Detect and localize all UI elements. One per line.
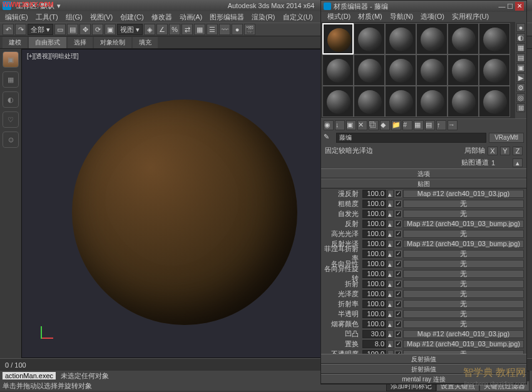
map-amount[interactable]: 100.0 — [362, 190, 386, 198]
menu-view[interactable]: 视图(V) — [86, 13, 117, 22]
put-to-scene-button[interactable]: ↓ — [335, 120, 345, 130]
map-enable-check[interactable] — [395, 210, 402, 217]
unique-button[interactable]: ◆ — [380, 120, 390, 130]
go-sibling-button[interactable]: → — [448, 120, 458, 130]
show-end-button[interactable]: ▤ — [425, 120, 435, 130]
sample-type-button[interactable]: ● — [516, 23, 525, 32]
sample-slot[interactable] — [416, 86, 448, 117]
sample-slot[interactable] — [479, 54, 510, 86]
select-button[interactable]: ▭ — [54, 24, 66, 35]
script-listener[interactable]: actionMan.exec — [3, 372, 56, 379]
map-enable-check[interactable] — [395, 200, 402, 207]
material-type-button[interactable]: VRayMtl — [489, 133, 524, 143]
spinner-icon[interactable]: ▴ — [387, 320, 394, 328]
spinner-icon[interactable]: ▴ — [387, 250, 394, 258]
map-enable-check[interactable] — [395, 220, 402, 227]
map-amount[interactable]: 100.0 — [362, 260, 386, 268]
preview-button[interactable]: ▶ — [516, 73, 525, 82]
section-refl[interactable]: 反射插值 — [321, 354, 526, 364]
map-slot-button[interactable]: Map #12 (arch40_019_03.jpg) — [403, 330, 524, 338]
material-name-input[interactable] — [336, 133, 486, 143]
map-amount[interactable]: 100.0 — [362, 250, 386, 258]
snap-button[interactable]: ◈ — [144, 24, 155, 35]
copy-button[interactable]: ⿻ — [369, 120, 379, 130]
spinner-icon[interactable]: ▴ — [387, 260, 394, 268]
spinner-icon[interactable]: ▴ — [387, 280, 394, 288]
me-menu-options[interactable]: 选项(O) — [417, 12, 448, 22]
tool4-button[interactable]: ♡ — [3, 111, 19, 128]
spinner-icon[interactable]: ▴ — [387, 270, 394, 278]
me-close[interactable]: ✕ — [515, 2, 524, 11]
map-slot-button[interactable]: 无 — [403, 230, 524, 238]
sample-slot[interactable] — [479, 86, 510, 117]
sample-slot[interactable] — [354, 54, 385, 86]
map-amount[interactable]: 8.0 — [362, 340, 386, 348]
map-amount[interactable]: 100.0 — [362, 240, 386, 248]
map-enable-check[interactable] — [395, 260, 402, 267]
map-slot-button[interactable]: Map #12 (arch40_019_03_bump.jpg) — [403, 340, 524, 348]
sample-slot[interactable] — [385, 54, 416, 86]
map-amount[interactable]: 100.0 — [362, 220, 386, 228]
map-slot-button[interactable]: 无 — [403, 280, 524, 288]
curve-editor-button[interactable]: 〰 — [219, 24, 230, 35]
map-slot-button[interactable]: 无 — [403, 300, 524, 308]
rotate-button[interactable]: ⟳ — [92, 24, 103, 35]
map-amount[interactable]: 100.0 — [362, 200, 386, 208]
menu-render[interactable]: 渲染(R) — [248, 13, 279, 22]
map-slot-button[interactable]: 无 — [403, 290, 524, 298]
map-enable-check[interactable] — [395, 271, 402, 277]
select-by-mat-button[interactable]: ◎ — [516, 93, 525, 102]
select-name-button[interactable]: ▤ — [67, 24, 78, 35]
tool3-button[interactable]: ◐ — [3, 91, 19, 108]
me-maximize[interactable]: ☐ — [507, 3, 513, 11]
redo-button[interactable]: ↷ — [15, 24, 26, 35]
map-amount[interactable]: 100.0 — [362, 230, 386, 238]
map-amount[interactable]: 100.0 — [362, 300, 386, 308]
percent-snap-button[interactable]: % — [169, 24, 180, 35]
options-button[interactable]: ⚙ — [516, 83, 525, 92]
spinner-icon[interactable]: ▴ — [387, 300, 394, 308]
menu-customize[interactable]: 自定义(U) — [279, 13, 317, 22]
sample-slot[interactable] — [416, 23, 448, 54]
sel-filter-combo[interactable]: 全部 ▾ — [28, 24, 53, 35]
axis-z[interactable]: Z — [513, 147, 523, 155]
map-enable-check[interactable] — [395, 240, 402, 247]
map-slot-button[interactable]: Map #12 (arch40_019_03.jpg) — [403, 190, 524, 198]
spinner-icon[interactable]: ▴ — [387, 240, 394, 248]
sample-slot[interactable] — [354, 23, 385, 54]
uvtile-button[interactable]: ▤ — [516, 53, 525, 62]
matid-button[interactable]: # — [402, 120, 412, 130]
get-material-button[interactable]: ◉ — [324, 120, 334, 130]
viewport-label[interactable]: [+][透视][明暗处理] — [27, 52, 79, 61]
map-slot-button[interactable]: 无 — [403, 270, 524, 278]
menu-group[interactable]: 组(G) — [62, 13, 86, 22]
assign-button[interactable]: ▣ — [346, 120, 356, 130]
spinner-icon[interactable]: ▴ — [387, 200, 394, 208]
menu-animation[interactable]: 动画(A) — [176, 13, 207, 22]
map-slot-button[interactable]: 无 — [403, 250, 524, 258]
axis-y[interactable]: Y — [500, 147, 510, 155]
map-slot-button[interactable]: Map #12 (arch40_019_03_bump.jpg) — [403, 240, 524, 248]
map-enable-check[interactable] — [395, 341, 402, 348]
menu-edit[interactable]: 编辑(E) — [1, 13, 32, 22]
menu-create[interactable]: 创建(C) — [116, 13, 147, 22]
map-enable-check[interactable] — [395, 321, 402, 328]
map-enable-check[interactable] — [395, 301, 402, 307]
undo-button[interactable]: ↶ — [3, 24, 14, 35]
pick-button[interactable]: ✎ — [324, 133, 334, 143]
section-refr[interactable]: 折射插值 — [321, 364, 526, 374]
mirror-button[interactable]: ⇄ — [182, 24, 193, 35]
map-amount[interactable]: 100.0 — [362, 310, 386, 318]
spinner-icon[interactable]: ▴ — [387, 330, 394, 338]
sample-slot[interactable] — [322, 54, 354, 86]
spinner-icon[interactable]: ▴ — [387, 230, 394, 238]
me-titlebar[interactable]: 材质编辑器 - 藤编 — ☐ ✕ — [321, 1, 526, 12]
me-minimize[interactable]: — — [498, 3, 505, 10]
show-map-button[interactable]: ▦ — [414, 120, 424, 130]
layer-button[interactable]: ☰ — [207, 24, 218, 35]
material-editor-button[interactable]: ● — [232, 24, 243, 35]
map-amount[interactable]: 100.0 — [362, 210, 386, 218]
section-maps[interactable]: 贴图 — [321, 178, 526, 188]
sample-slot[interactable] — [448, 54, 479, 86]
reset-button[interactable]: ✕ — [357, 120, 367, 130]
